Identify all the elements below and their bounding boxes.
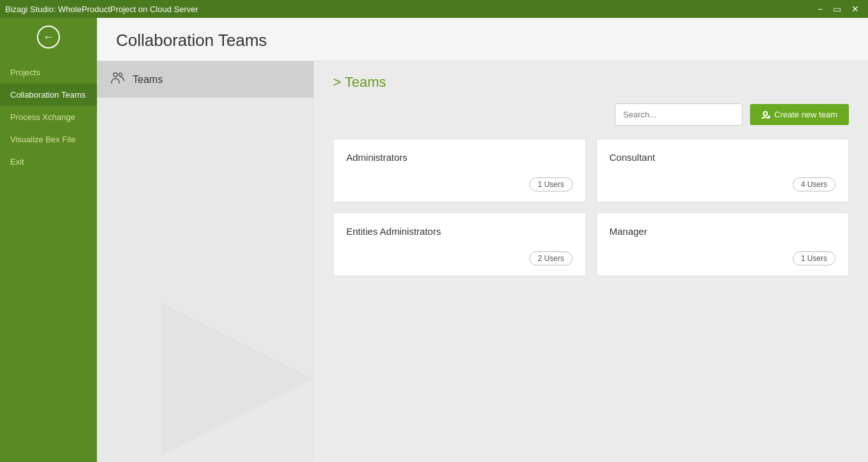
team-footer: 4 Users: [610, 177, 836, 191]
team-card-manager[interactable]: Manager 1 Users: [596, 212, 850, 276]
sidebar-item-process-xchange[interactable]: Process Xchange: [0, 106, 97, 128]
sidebar-nav: Projects Collaboration Teams Process Xch…: [0, 61, 97, 173]
teams-menu-item[interactable]: Teams: [97, 61, 314, 98]
svg-point-5: [763, 112, 767, 116]
sidebar-item-projects[interactable]: Projects: [0, 61, 97, 84]
page-title: Collaboration Teams: [116, 31, 849, 50]
team-name: Consultant: [610, 152, 836, 163]
minimize-button[interactable]: −: [814, 3, 827, 15]
content-area: Collaboration Teams Teams: [97, 18, 868, 462]
title-bar: Bizagi Studio: WholeProductProject on Cl…: [0, 0, 868, 18]
svg-marker-2: [161, 302, 314, 456]
watermark: [142, 283, 314, 462]
toolbar: Create new team: [333, 103, 849, 126]
sidebar-item-visualize-bex-file[interactable]: Visualize Bex File: [0, 128, 97, 151]
teams-menu-label: Teams: [133, 74, 163, 86]
team-name: Entities Administrators: [346, 226, 573, 237]
users-badge: 1 Users: [793, 251, 835, 265]
search-button[interactable]: [738, 104, 742, 125]
team-name: Manager: [610, 226, 836, 237]
users-badge: 1 Users: [529, 177, 572, 191]
restore-button[interactable]: ▭: [829, 3, 845, 15]
title-bar-controls: − ▭ ✕: [814, 3, 863, 15]
sidebar-item-exit[interactable]: Exit: [0, 151, 97, 173]
left-panel: Teams: [97, 61, 314, 462]
back-button[interactable]: ←: [0, 18, 97, 56]
svg-point-1: [119, 73, 122, 77]
team-name: Administrators: [346, 152, 573, 163]
team-card-entities-administrators[interactable]: Entities Administrators 2 Users: [333, 212, 586, 276]
add-user-icon: [761, 110, 770, 119]
team-footer: 2 Users: [346, 251, 573, 265]
teams-menu-icon: [110, 70, 125, 89]
right-panel: Teams: [314, 61, 868, 462]
users-badge: 4 Users: [793, 177, 835, 191]
close-button[interactable]: ✕: [848, 3, 863, 15]
back-icon: ←: [37, 26, 60, 48]
create-team-button[interactable]: Create new team: [750, 104, 849, 125]
page-header: Collaboration Teams: [97, 18, 868, 61]
teams-grid: Administrators 1 Users Consultant 4 User…: [333, 138, 849, 276]
sidebar-item-collaboration-teams[interactable]: Collaboration Teams: [0, 84, 97, 106]
team-footer: 1 Users: [610, 251, 836, 265]
users-badge: 2 Users: [529, 251, 572, 265]
team-card-consultant[interactable]: Consultant 4 Users: [596, 138, 850, 202]
sidebar: ← Projects Collaboration Teams Process X…: [0, 18, 97, 462]
team-card-administrators[interactable]: Administrators 1 Users: [333, 138, 586, 202]
title-bar-text: Bizagi Studio: WholeProductProject on Cl…: [5, 4, 198, 14]
main-area: Teams Teams: [97, 61, 868, 462]
search-box: [615, 103, 742, 126]
svg-point-0: [114, 73, 117, 77]
section-title: Teams: [333, 74, 849, 91]
search-input[interactable]: [615, 105, 738, 124]
team-footer: 1 Users: [346, 177, 573, 191]
